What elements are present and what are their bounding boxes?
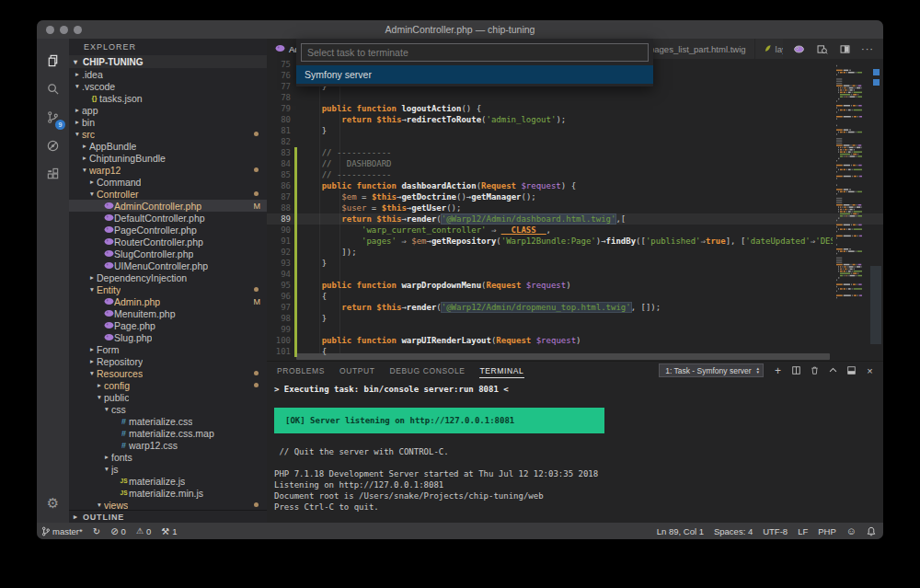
split-editor-icon[interactable]: [838, 42, 851, 55]
code-text: return $this→render('@Warp12/Admin/dropm…: [297, 302, 833, 313]
tree-item[interactable]: #materialize.css.map: [69, 427, 267, 439]
bell-icon: [867, 526, 876, 536]
title-bar[interactable]: AdminController.php — chip-tuning: [37, 20, 883, 39]
activity-settings[interactable]: ⚙: [37, 489, 69, 517]
php-icon[interactable]: [792, 42, 805, 55]
quickpick-item[interactable]: Symfony server: [296, 65, 653, 84]
tree-item[interactable]: ▾src: [69, 128, 267, 140]
tree-item-label: Resources: [97, 368, 143, 379]
php-icon: [275, 44, 285, 54]
status-feedback[interactable]: ☺: [846, 525, 857, 536]
git-gutter-indicator: [294, 136, 297, 147]
tab-layout.html.twig[interactable]: layout.html.twig: [755, 39, 783, 59]
terminal-output[interactable]: > Executing task: bin/console server:run…: [267, 379, 883, 523]
more-actions-icon[interactable]: ···: [861, 42, 874, 55]
git-modified-dot-icon: [254, 132, 259, 136]
quickpick-input[interactable]: [301, 43, 649, 62]
activity-explorer[interactable]: [37, 46, 69, 75]
horizontal-scrollbar[interactable]: [296, 353, 830, 360]
tree-item[interactable]: UIMenuController.php: [69, 259, 267, 271]
status-eol[interactable]: LF: [798, 526, 808, 536]
tree-root-chip-tuning[interactable]: ▾ CHIP-TUNING: [69, 55, 267, 68]
status-text: 0: [121, 526, 126, 536]
code-editor[interactable]: 757677 }7879 public function logoutActio…: [267, 59, 883, 361]
outline-section[interactable]: ▸ OUTLINE: [69, 510, 267, 523]
tree-item[interactable]: ▸Command: [69, 176, 267, 188]
tree-item[interactable]: ▾.vscode: [69, 80, 267, 92]
activity-debug[interactable]: [37, 132, 69, 160]
status-running-tasks[interactable]: ⚒1: [161, 526, 177, 536]
window-title: AdminController.php — chip-tuning: [37, 24, 883, 35]
line-number: 83: [267, 147, 291, 158]
activity-extensions[interactable]: [37, 160, 69, 189]
tree-item[interactable]: RouterController.php: [69, 236, 267, 248]
kill-terminal-icon[interactable]: [809, 364, 821, 376]
status-errors[interactable]: ⊘0: [110, 526, 126, 536]
panel-tab-output[interactable]: OUTPUT: [339, 363, 376, 378]
toggle-panel-icon[interactable]: [845, 364, 857, 376]
tree-item-label: warp12.css: [129, 440, 178, 451]
tree-item[interactable]: SlugController.php: [69, 248, 267, 259]
split-terminal-icon[interactable]: [790, 364, 802, 376]
tree-item[interactable]: Slug.php: [69, 331, 267, 343]
tree-item[interactable]: ▸bin: [69, 116, 267, 128]
tree-item[interactable]: ▾css: [69, 403, 267, 415]
tree-item[interactable]: Admin.phpM: [69, 295, 267, 307]
tree-item[interactable]: ▾warp12: [69, 164, 267, 176]
status-language-mode[interactable]: PHP: [818, 526, 836, 536]
chevron-down-icon: ▾: [73, 130, 82, 138]
tree-item[interactable]: {}tasks.json: [69, 92, 267, 104]
activity-source-control[interactable]: 9: [37, 103, 69, 132]
line-number: 75: [267, 59, 291, 70]
panel-tab-terminal[interactable]: TERMINAL: [479, 363, 525, 378]
zoom-window-icon[interactable]: [74, 26, 82, 34]
tree-item[interactable]: ▸DependencyInjection: [69, 271, 267, 283]
close-panel-icon[interactable]: ×: [864, 364, 876, 376]
status-encoding[interactable]: UTF-8: [763, 526, 788, 536]
status-cursor-position[interactable]: Ln 89, Col 1: [657, 526, 704, 536]
terminal-dropdown[interactable]: 1: Task - Symfony server ▲▼: [659, 363, 764, 377]
tree-item[interactable]: ▸config: [69, 379, 267, 391]
tree-item[interactable]: Page.php: [69, 319, 267, 331]
status-sync[interactable]: ↻: [93, 526, 100, 536]
tree-item-label: src: [82, 129, 95, 140]
tree-item[interactable]: JSmaterialize.min.js: [69, 487, 267, 499]
tree-item[interactable]: #warp12.css: [69, 439, 267, 451]
status-notifications[interactable]: [867, 526, 876, 536]
panel-tab-problems[interactable]: PROBLEMS: [276, 363, 326, 378]
tree-item[interactable]: ▸app: [69, 104, 267, 116]
tree-item[interactable]: ▾views: [69, 499, 267, 510]
tree-item[interactable]: ▸Form: [69, 343, 267, 355]
status-git-branch[interactable]: master*: [41, 526, 83, 536]
tree-item[interactable]: ▸fonts: [69, 451, 267, 463]
tree-item[interactable]: ▾public: [69, 391, 267, 403]
tree-item[interactable]: ▸.idea: [69, 68, 267, 80]
status-warnings[interactable]: ⚠0: [136, 526, 151, 536]
tree-item[interactable]: ▾js: [69, 463, 267, 475]
tree-item[interactable]: #materialize.css: [69, 415, 267, 427]
tree-item[interactable]: ▸Repository: [69, 355, 267, 367]
panel-tab-debug-console[interactable]: DEBUG CONSOLE: [389, 363, 466, 378]
tree-item[interactable]: Menuitem.php: [69, 307, 267, 319]
minimap[interactable]: [832, 59, 865, 361]
tree-item[interactable]: ▾Resources: [69, 367, 267, 379]
close-window-icon[interactable]: [46, 26, 54, 34]
tree-item[interactable]: JSmaterialize.js: [69, 475, 267, 487]
status-text: PHP: [818, 526, 836, 536]
minimize-window-icon[interactable]: [60, 26, 68, 34]
vertical-scrollbar[interactable]: [870, 266, 881, 344]
tree-item[interactable]: DefaultController.php: [69, 212, 267, 224]
new-terminal-icon[interactable]: +: [772, 364, 784, 376]
activity-search[interactable]: [37, 75, 69, 103]
git-modified-dot-icon: [254, 287, 259, 292]
open-preview-icon[interactable]: [815, 42, 828, 55]
tree-item[interactable]: ▾Controller: [69, 188, 267, 200]
tree-item[interactable]: ▸AppBundle: [69, 140, 267, 152]
tree-item[interactable]: ▾Entity: [69, 283, 267, 295]
tree-item[interactable]: AdminController.phpM: [69, 200, 267, 212]
tree-item-label: PageController.php: [114, 225, 197, 236]
tree-item[interactable]: ▸ChiptuningBundle: [69, 152, 267, 164]
maximize-panel-icon[interactable]: [827, 364, 839, 376]
status-indentation[interactable]: Spaces: 4: [714, 526, 753, 536]
tree-item[interactable]: PageController.php: [69, 224, 267, 236]
